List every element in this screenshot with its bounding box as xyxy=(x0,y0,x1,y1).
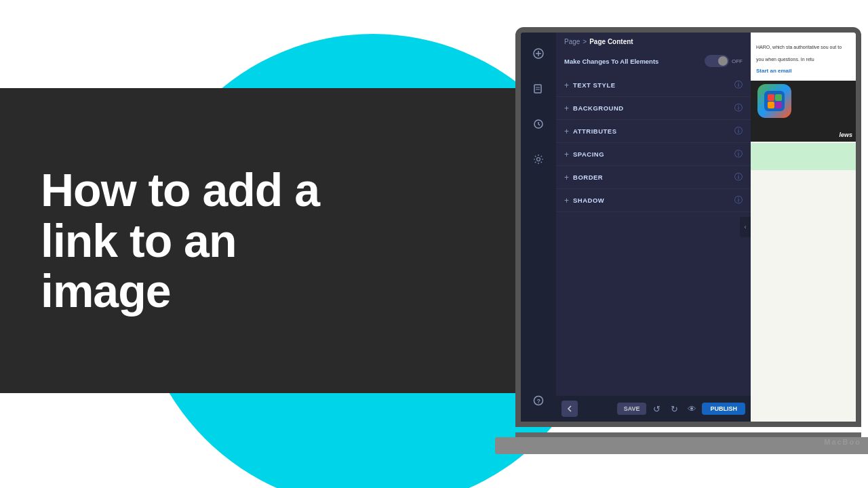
bottom-toolbar: SAVE ↺ ↻ 👁 PUBLISH xyxy=(556,396,751,422)
redo-button[interactable]: ↻ xyxy=(667,401,682,416)
preview-green-block xyxy=(751,143,856,170)
background-section[interactable]: + BACKGROUND ⓘ xyxy=(556,97,751,120)
text-style-section[interactable]: + TEXT STYLE ⓘ xyxy=(556,74,751,97)
attributes-info: ⓘ xyxy=(734,125,743,137)
toolbar-center: SAVE ↺ ↻ 👁 PUBLISH xyxy=(617,401,745,416)
shadow-plus: + xyxy=(564,196,569,205)
spacing-section[interactable]: + SPACING ⓘ xyxy=(556,143,751,166)
svg-rect-14 xyxy=(775,102,782,108)
toggle-track[interactable] xyxy=(705,55,729,67)
toggle-row: Make Changes To All Elements OFF xyxy=(556,51,751,71)
shadow-label: SHADOW xyxy=(573,197,604,204)
macbook-label: MacBoo xyxy=(824,438,861,446)
attributes-plus: + xyxy=(564,127,569,136)
svg-rect-13 xyxy=(768,102,774,108)
toggle-switch[interactable]: OFF xyxy=(705,55,743,67)
background-info: ⓘ xyxy=(734,102,743,114)
preview-text-block: HARO, which sta authoritative sou out to… xyxy=(751,33,856,81)
preview-button[interactable]: 👁 xyxy=(684,401,699,416)
undo-button[interactable]: ↺ xyxy=(649,401,664,416)
settings-icon[interactable] xyxy=(528,148,549,170)
attributes-label: ATTRIBUTES xyxy=(573,127,616,135)
breadcrumb-separator: > xyxy=(583,38,587,45)
text-style-plus: + xyxy=(564,81,569,90)
toggle-label: Make Changes To All Elements xyxy=(564,58,658,65)
screen-content: ? Page > Page Content Make Changes To Al… xyxy=(521,33,856,422)
breadcrumb-current: Page Content xyxy=(589,38,633,45)
toggle-thumb xyxy=(718,56,728,66)
main-title: How to add a link to an image xyxy=(41,165,319,317)
background-plus: + xyxy=(564,104,569,113)
right-preview: HARO, which sta authoritative sou out to… xyxy=(751,33,856,422)
start-email-link[interactable]: Start an email xyxy=(756,68,850,74)
save-button[interactable]: SAVE xyxy=(617,403,647,415)
toggle-state: OFF xyxy=(732,58,743,64)
attributes-section[interactable]: + ATTRIBUTES ⓘ xyxy=(556,120,751,143)
svg-text:?: ? xyxy=(537,398,541,405)
help-icon[interactable]: ? xyxy=(528,390,549,411)
preview-overlay-text: lews xyxy=(839,131,852,138)
editor-main: Page > Page Content Make Changes To All … xyxy=(556,33,751,422)
border-section[interactable]: + BORDER ⓘ xyxy=(556,166,751,189)
svg-rect-10 xyxy=(764,91,785,111)
laptop-screen: ? Page > Page Content Make Changes To Al… xyxy=(515,27,861,427)
spacing-info: ⓘ xyxy=(734,148,743,160)
add-icon[interactable] xyxy=(528,43,549,64)
background-label: BACKGROUND xyxy=(573,104,624,112)
toolbar-left xyxy=(561,401,578,417)
preview-body-text: HARO, which sta authoritative sou out to… xyxy=(756,45,842,62)
sidebar: ? xyxy=(521,33,556,422)
shadow-section[interactable]: + SHADOW ⓘ xyxy=(556,189,751,212)
text-style-info: ⓘ xyxy=(734,79,743,91)
svg-rect-3 xyxy=(534,85,541,93)
style-sections: + TEXT STYLE ⓘ + BACKGROUND ⓘ xyxy=(556,71,751,396)
laptop-container: ? Page > Page Content Make Changes To Al… xyxy=(495,27,868,474)
border-label: BORDER xyxy=(573,174,603,181)
breadcrumb-parent: Page xyxy=(564,38,580,45)
publish-button[interactable]: PUBLISH xyxy=(702,403,745,415)
breadcrumb: Page > Page Content xyxy=(556,33,751,51)
collapse-arrow[interactable]: ‹ xyxy=(740,217,751,237)
border-info: ⓘ xyxy=(734,171,743,183)
svg-rect-11 xyxy=(768,94,774,101)
laptop-base xyxy=(495,437,868,454)
spacing-plus: + xyxy=(564,150,569,159)
preview-image-block: lews xyxy=(751,81,856,142)
back-button[interactable] xyxy=(561,401,578,417)
shadow-info: ⓘ xyxy=(734,195,743,206)
preview-app-icon xyxy=(757,84,791,118)
border-plus: + xyxy=(564,173,569,182)
history-icon[interactable] xyxy=(528,113,549,135)
left-panel: How to add a link to an image xyxy=(0,88,515,393)
spacing-label: SPACING xyxy=(573,150,604,158)
svg-point-7 xyxy=(537,158,540,161)
svg-rect-12 xyxy=(775,94,782,101)
pages-icon[interactable] xyxy=(528,78,549,100)
text-style-label: TEXT STYLE xyxy=(573,81,616,89)
